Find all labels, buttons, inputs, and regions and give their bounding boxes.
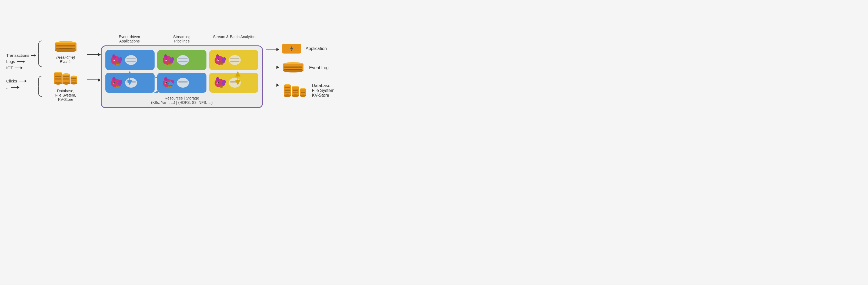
svg-rect-71: [284, 67, 302, 68]
grid-container: [105, 50, 258, 93]
svg-rect-77: [284, 89, 290, 89]
eventlog-drum-svg: [282, 62, 305, 73]
output-database: Database, File System, KV-Store: [282, 82, 336, 99]
svg-point-35: [166, 59, 167, 60]
svg-rect-70: [284, 66, 302, 66]
db-to-main-arrow: [87, 78, 101, 82]
flink-squirrel-svg-2: [160, 53, 175, 66]
squirrel-icon-r1c1: [108, 53, 123, 67]
svg-rect-22: [71, 78, 76, 79]
etc-arrow: [11, 86, 20, 89]
svg-rect-89: [301, 91, 305, 91]
main-diagram: Transactions Logs IOT Clicks ...: [6, 4, 428, 139]
svg-point-75: [284, 94, 291, 97]
output-application: Application: [282, 44, 336, 54]
etc-label: ...: [6, 85, 10, 89]
flink-squirrel-svg-4: [108, 76, 123, 89]
squirrel-icon-r1c3: [212, 53, 227, 67]
svg-rect-3: [56, 45, 75, 46]
svg-rect-18: [63, 80, 69, 80]
svg-rect-85: [293, 92, 298, 93]
svg-point-64: [216, 83, 218, 84]
svg-point-45: [220, 62, 223, 64]
svg-point-52: [116, 85, 119, 87]
cell-r1-c1: [105, 50, 155, 70]
svg-point-43: [216, 60, 218, 61]
cell-r2-c2: [157, 73, 207, 93]
database-label: Database, File System, KV-Store: [312, 83, 336, 98]
events-top: (Real-time)Events: [54, 41, 78, 64]
cell-r2-c3: [209, 73, 258, 93]
output-arrow-2: [266, 65, 279, 69]
main-box: Resources | Storage (K8s, Yarn, ...) | (…: [101, 46, 263, 108]
output-eventlog: Event Log: [282, 62, 336, 74]
svg-rect-76: [284, 87, 290, 88]
svg-point-49: [114, 82, 115, 83]
main-to-output-arrows: [266, 48, 279, 87]
events-column: (Real-time)Events: [44, 41, 87, 102]
main-box-wrapper: Event-drivenApplications StreamingPipeli…: [101, 35, 263, 108]
mini-drum-r1c3: [229, 55, 241, 65]
db-label: Database,File System,KV-Store: [55, 89, 76, 102]
events-label: (Real-time)Events: [56, 55, 75, 64]
source-logs: Logs: [6, 59, 36, 64]
mini-drum-r1c1: [125, 55, 137, 65]
resources-detail: (K8s, Yarn, ...) | (HDFS, S3, NFS, ...): [151, 100, 213, 105]
flink-squirrel-svg-5: [160, 76, 175, 89]
application-label: Application: [306, 46, 327, 51]
main-box-footer: Resources | Storage (K8s, Yarn, ...) | (…: [105, 95, 258, 105]
svg-rect-78: [284, 90, 290, 91]
svg-point-31: [116, 62, 119, 64]
output-db-svg: [282, 82, 308, 98]
application-icon: [282, 44, 301, 54]
lightning-svg: [288, 45, 296, 53]
svg-point-8: [54, 82, 62, 85]
source-iot: IOT: [6, 65, 36, 70]
svg-point-57: [164, 83, 166, 84]
svg-point-29: [113, 60, 114, 61]
bottom-brace-svg: [37, 76, 43, 97]
mini-drum-r2c3: [229, 78, 241, 88]
source-etc: ...: [6, 85, 36, 89]
output-arrow-3: [266, 83, 279, 87]
cell-r2-c1: [105, 73, 155, 93]
svg-rect-11: [55, 78, 61, 79]
svg-rect-10: [55, 76, 61, 77]
transaction-arrow: [31, 54, 36, 57]
squirrel-icon-r2c1: [108, 76, 123, 90]
svg-point-36: [164, 60, 166, 61]
mini-drum-r1c2: [177, 55, 189, 65]
eventlog-label: Event Log: [309, 65, 329, 70]
svg-point-38: [168, 62, 171, 64]
svg-point-82: [292, 94, 299, 97]
svg-point-21: [70, 82, 77, 84]
svg-point-88: [300, 94, 306, 97]
col-header-2: StreamingPipelines: [159, 35, 205, 43]
connectors-to-main: [87, 53, 101, 82]
svg-point-50: [113, 83, 114, 84]
iot-label: IOT: [6, 65, 13, 70]
svg-rect-4: [56, 47, 75, 47]
squirrel-icon-r2c3: [212, 76, 227, 90]
db-stack-svg: [52, 69, 79, 85]
svg-rect-16: [63, 76, 69, 77]
svg-rect-12: [55, 80, 61, 80]
drum-svg: [54, 41, 78, 52]
svg-point-66: [220, 85, 223, 87]
clicks-label: Clicks: [6, 79, 17, 83]
input-sources: Transactions Logs IOT Clicks ...: [6, 53, 36, 89]
svg-point-42: [218, 59, 219, 60]
output-arrow-1: [266, 48, 279, 51]
svg-rect-79: [284, 92, 290, 93]
resources-label: Resources | Storage: [164, 96, 199, 100]
cell-r1-c3: [209, 50, 258, 70]
svg-rect-9: [55, 75, 61, 76]
brace-section: [36, 40, 44, 97]
iot-arrow: [14, 66, 23, 69]
cell-r1-c2: [157, 50, 207, 70]
output-section: Application Event Log: [282, 44, 336, 99]
svg-rect-72: [284, 69, 302, 70]
svg-rect-83: [293, 89, 298, 89]
transactions-label: Transactions: [6, 53, 29, 58]
events-bottom: Database,File System,KV-Store: [52, 69, 79, 102]
